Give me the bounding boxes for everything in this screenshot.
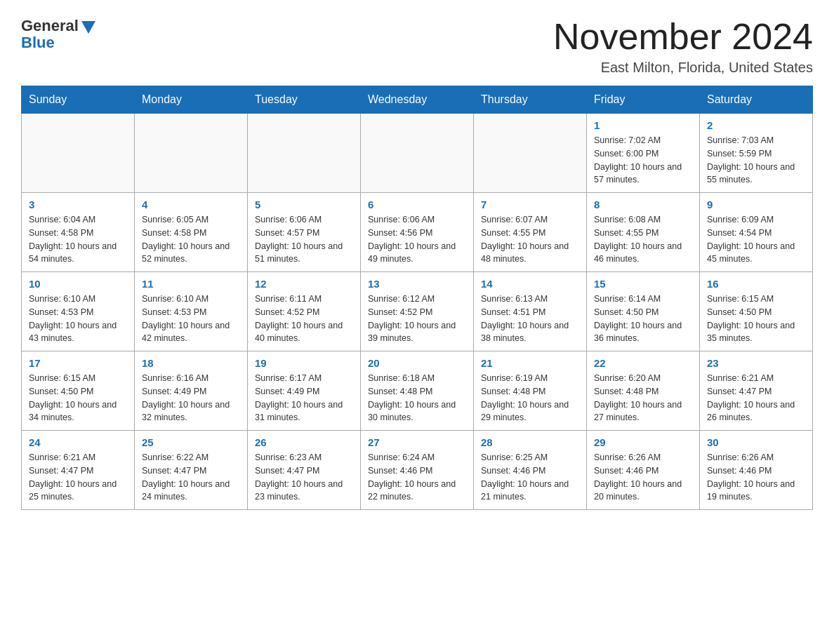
- day-number: 20: [368, 357, 466, 369]
- day-info: Sunrise: 6:13 AM Sunset: 4:51 PM Dayligh…: [481, 293, 579, 345]
- day-number: 13: [368, 278, 466, 290]
- logo-arrow-icon: [81, 21, 95, 34]
- calendar-cell: 5Sunrise: 6:06 AM Sunset: 4:57 PM Daylig…: [248, 193, 361, 272]
- calendar-cell: 18Sunrise: 6:16 AM Sunset: 4:49 PM Dayli…: [135, 351, 248, 431]
- day-number: 10: [29, 278, 127, 290]
- day-info: Sunrise: 6:07 AM Sunset: 4:55 PM Dayligh…: [481, 213, 579, 266]
- day-number: 12: [255, 278, 353, 290]
- day-info: Sunrise: 6:06 AM Sunset: 4:57 PM Dayligh…: [255, 213, 353, 266]
- page-header: General Blue November 2024 East Milton, …: [21, 17, 813, 76]
- day-number: 3: [29, 199, 127, 210]
- calendar-header-sunday: Sunday: [22, 86, 135, 114]
- calendar-cell: 19Sunrise: 6:17 AM Sunset: 4:49 PM Dayli…: [248, 351, 361, 431]
- calendar-cell: 8Sunrise: 6:08 AM Sunset: 4:55 PM Daylig…: [587, 193, 700, 272]
- day-info: Sunrise: 6:21 AM Sunset: 4:47 PM Dayligh…: [707, 372, 805, 424]
- day-info: Sunrise: 6:06 AM Sunset: 4:56 PM Dayligh…: [368, 213, 466, 266]
- calendar-cell: 4Sunrise: 6:05 AM Sunset: 4:58 PM Daylig…: [135, 193, 248, 272]
- calendar-header-wednesday: Wednesday: [361, 86, 474, 114]
- calendar-cell: 12Sunrise: 6:11 AM Sunset: 4:52 PM Dayli…: [248, 272, 361, 351]
- day-number: 30: [707, 436, 805, 448]
- calendar-cell: [361, 114, 474, 193]
- calendar-cell: 29Sunrise: 6:26 AM Sunset: 4:46 PM Dayli…: [587, 431, 700, 510]
- day-number: 19: [255, 357, 353, 369]
- calendar-week-row: 24Sunrise: 6:21 AM Sunset: 4:47 PM Dayli…: [22, 431, 813, 510]
- calendar-cell: 20Sunrise: 6:18 AM Sunset: 4:48 PM Dayli…: [361, 351, 474, 431]
- calendar-table: SundayMondayTuesdayWednesdayThursdayFrid…: [21, 86, 813, 510]
- day-info: Sunrise: 6:11 AM Sunset: 4:52 PM Dayligh…: [255, 293, 353, 345]
- calendar-cell: [248, 114, 361, 193]
- calendar-cell: 17Sunrise: 6:15 AM Sunset: 4:50 PM Dayli…: [22, 351, 135, 431]
- calendar-cell: 9Sunrise: 6:09 AM Sunset: 4:54 PM Daylig…: [700, 193, 813, 272]
- day-number: 4: [142, 199, 240, 210]
- calendar-header-thursday: Thursday: [474, 86, 587, 114]
- day-number: 22: [594, 357, 692, 369]
- calendar-cell: 3Sunrise: 6:04 AM Sunset: 4:58 PM Daylig…: [22, 193, 135, 272]
- calendar-header-friday: Friday: [587, 86, 700, 114]
- day-info: Sunrise: 6:15 AM Sunset: 4:50 PM Dayligh…: [707, 293, 805, 345]
- day-number: 15: [594, 278, 692, 290]
- day-info: Sunrise: 6:21 AM Sunset: 4:47 PM Dayligh…: [29, 451, 127, 504]
- calendar-cell: 30Sunrise: 6:26 AM Sunset: 4:46 PM Dayli…: [700, 431, 813, 510]
- day-number: 23: [707, 357, 805, 369]
- calendar-cell: 24Sunrise: 6:21 AM Sunset: 4:47 PM Dayli…: [22, 431, 135, 510]
- day-info: Sunrise: 6:22 AM Sunset: 4:47 PM Dayligh…: [142, 451, 240, 504]
- calendar-cell: 21Sunrise: 6:19 AM Sunset: 4:48 PM Dayli…: [474, 351, 587, 431]
- day-number: 7: [481, 199, 579, 210]
- day-info: Sunrise: 6:05 AM Sunset: 4:58 PM Dayligh…: [142, 213, 240, 266]
- day-number: 17: [29, 357, 127, 369]
- logo: General Blue: [21, 17, 95, 52]
- day-info: Sunrise: 6:14 AM Sunset: 4:50 PM Dayligh…: [594, 293, 692, 345]
- day-number: 25: [142, 436, 240, 448]
- day-info: Sunrise: 6:10 AM Sunset: 4:53 PM Dayligh…: [29, 293, 127, 345]
- day-info: Sunrise: 7:02 AM Sunset: 6:00 PM Dayligh…: [594, 134, 692, 187]
- calendar-cell: 1Sunrise: 7:02 AM Sunset: 6:00 PM Daylig…: [587, 114, 700, 193]
- day-info: Sunrise: 6:12 AM Sunset: 4:52 PM Dayligh…: [368, 293, 466, 345]
- calendar-cell: 10Sunrise: 6:10 AM Sunset: 4:53 PM Dayli…: [22, 272, 135, 351]
- day-number: 8: [594, 199, 692, 210]
- day-info: Sunrise: 6:09 AM Sunset: 4:54 PM Dayligh…: [707, 213, 805, 266]
- day-info: Sunrise: 6:24 AM Sunset: 4:46 PM Dayligh…: [368, 451, 466, 504]
- calendar-cell: 16Sunrise: 6:15 AM Sunset: 4:50 PM Dayli…: [700, 272, 813, 351]
- calendar-header-row: SundayMondayTuesdayWednesdayThursdayFrid…: [22, 86, 813, 114]
- day-number: 27: [368, 436, 466, 448]
- calendar-cell: 22Sunrise: 6:20 AM Sunset: 4:48 PM Dayli…: [587, 351, 700, 431]
- day-info: Sunrise: 6:26 AM Sunset: 4:46 PM Dayligh…: [594, 451, 692, 504]
- calendar-cell: 25Sunrise: 6:22 AM Sunset: 4:47 PM Dayli…: [135, 431, 248, 510]
- day-number: 26: [255, 436, 353, 448]
- calendar-cell: 2Sunrise: 7:03 AM Sunset: 5:59 PM Daylig…: [700, 114, 813, 193]
- calendar-header-saturday: Saturday: [700, 86, 813, 114]
- title-area: November 2024 East Milton, Florida, Unit…: [553, 17, 813, 76]
- day-info: Sunrise: 6:08 AM Sunset: 4:55 PM Dayligh…: [594, 213, 692, 266]
- day-number: 5: [255, 199, 353, 210]
- calendar-header-monday: Monday: [135, 86, 248, 114]
- logo-blue-text: Blue: [21, 34, 55, 52]
- day-info: Sunrise: 6:04 AM Sunset: 4:58 PM Dayligh…: [29, 213, 127, 266]
- day-info: Sunrise: 7:03 AM Sunset: 5:59 PM Dayligh…: [707, 134, 805, 187]
- day-info: Sunrise: 6:17 AM Sunset: 4:49 PM Dayligh…: [255, 372, 353, 424]
- logo-general-text: General: [21, 17, 79, 35]
- calendar-cell: 15Sunrise: 6:14 AM Sunset: 4:50 PM Dayli…: [587, 272, 700, 351]
- day-info: Sunrise: 6:23 AM Sunset: 4:47 PM Dayligh…: [255, 451, 353, 504]
- day-info: Sunrise: 6:20 AM Sunset: 4:48 PM Dayligh…: [594, 372, 692, 424]
- calendar-week-row: 3Sunrise: 6:04 AM Sunset: 4:58 PM Daylig…: [22, 193, 813, 272]
- day-info: Sunrise: 6:10 AM Sunset: 4:53 PM Dayligh…: [142, 293, 240, 345]
- location: East Milton, Florida, United States: [553, 60, 813, 76]
- day-number: 1: [594, 119, 692, 131]
- calendar-week-row: 17Sunrise: 6:15 AM Sunset: 4:50 PM Dayli…: [22, 351, 813, 431]
- day-info: Sunrise: 6:19 AM Sunset: 4:48 PM Dayligh…: [481, 372, 579, 424]
- day-info: Sunrise: 6:18 AM Sunset: 4:48 PM Dayligh…: [368, 372, 466, 424]
- day-number: 16: [707, 278, 805, 290]
- day-number: 9: [707, 199, 805, 210]
- calendar-week-row: 1Sunrise: 7:02 AM Sunset: 6:00 PM Daylig…: [22, 114, 813, 193]
- calendar-header-tuesday: Tuesday: [248, 86, 361, 114]
- calendar-cell: 14Sunrise: 6:13 AM Sunset: 4:51 PM Dayli…: [474, 272, 587, 351]
- day-number: 2: [707, 119, 805, 131]
- calendar-cell: 13Sunrise: 6:12 AM Sunset: 4:52 PM Dayli…: [361, 272, 474, 351]
- calendar-cell: 11Sunrise: 6:10 AM Sunset: 4:53 PM Dayli…: [135, 272, 248, 351]
- day-info: Sunrise: 6:26 AM Sunset: 4:46 PM Dayligh…: [707, 451, 805, 504]
- calendar-cell: 27Sunrise: 6:24 AM Sunset: 4:46 PM Dayli…: [361, 431, 474, 510]
- day-number: 29: [594, 436, 692, 448]
- day-info: Sunrise: 6:16 AM Sunset: 4:49 PM Dayligh…: [142, 372, 240, 424]
- day-number: 21: [481, 357, 579, 369]
- calendar-cell: [474, 114, 587, 193]
